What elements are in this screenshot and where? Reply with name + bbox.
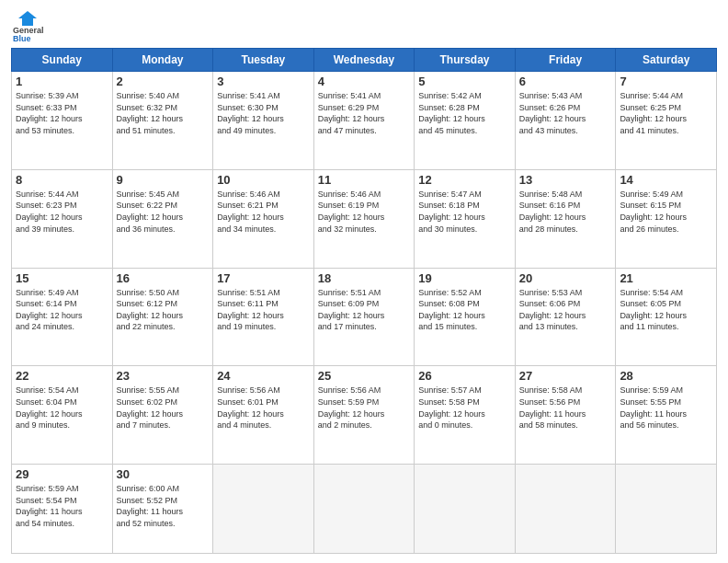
day-info: Sunrise: 5:54 AM Sunset: 6:04 PM Dayligh… bbox=[16, 385, 108, 431]
day-info: Sunrise: 5:52 AM Sunset: 6:08 PM Dayligh… bbox=[418, 287, 511, 333]
day-header-wednesday: Wednesday bbox=[313, 49, 415, 72]
day-info: Sunrise: 5:53 AM Sunset: 6:06 PM Dayligh… bbox=[519, 287, 612, 333]
day-number: 21 bbox=[620, 271, 712, 285]
day-info: Sunrise: 5:57 AM Sunset: 5:58 PM Dayligh… bbox=[418, 385, 511, 431]
day-info: Sunrise: 5:39 AM Sunset: 6:33 PM Dayligh… bbox=[16, 90, 108, 136]
calendar-cell: 28Sunrise: 5:59 AM Sunset: 5:55 PM Dayli… bbox=[616, 366, 717, 465]
day-number: 5 bbox=[418, 75, 511, 88]
day-number: 8 bbox=[16, 173, 108, 187]
calendar-week-row: 8Sunrise: 5:44 AM Sunset: 6:23 PM Daylig… bbox=[12, 169, 717, 268]
day-info: Sunrise: 5:56 AM Sunset: 6:01 PM Dayligh… bbox=[217, 385, 310, 431]
day-number: 23 bbox=[117, 369, 210, 383]
day-info: Sunrise: 5:40 AM Sunset: 6:32 PM Dayligh… bbox=[117, 90, 210, 136]
calendar-cell: 27Sunrise: 5:58 AM Sunset: 5:56 PM Dayli… bbox=[515, 366, 616, 465]
day-header-sunday: Sunday bbox=[12, 49, 113, 72]
calendar-cell: 26Sunrise: 5:57 AM Sunset: 5:58 PM Dayli… bbox=[415, 366, 516, 465]
day-number: 14 bbox=[620, 173, 712, 187]
calendar-cell: 1Sunrise: 5:39 AM Sunset: 6:33 PM Daylig… bbox=[12, 72, 113, 170]
page: General Blue SundayMondayTuesdayWednesda… bbox=[0, 0, 728, 563]
day-number: 25 bbox=[318, 369, 411, 383]
day-number: 4 bbox=[318, 75, 411, 88]
day-number: 30 bbox=[117, 467, 210, 481]
day-info: Sunrise: 5:46 AM Sunset: 6:19 PM Dayligh… bbox=[318, 189, 411, 235]
day-number: 26 bbox=[418, 369, 511, 383]
day-info: Sunrise: 5:51 AM Sunset: 6:11 PM Dayligh… bbox=[217, 287, 310, 333]
day-info: Sunrise: 5:48 AM Sunset: 6:16 PM Dayligh… bbox=[519, 189, 612, 235]
calendar-cell: 18Sunrise: 5:51 AM Sunset: 6:09 PM Dayli… bbox=[313, 268, 415, 366]
day-info: Sunrise: 5:55 AM Sunset: 6:02 PM Dayligh… bbox=[117, 385, 210, 431]
day-number: 28 bbox=[620, 369, 712, 383]
day-info: Sunrise: 5:49 AM Sunset: 6:15 PM Dayligh… bbox=[620, 189, 712, 235]
calendar-cell bbox=[616, 465, 717, 554]
svg-text:Blue: Blue bbox=[13, 34, 31, 42]
day-number: 20 bbox=[519, 271, 612, 285]
calendar-cell: 25Sunrise: 5:56 AM Sunset: 5:59 PM Dayli… bbox=[313, 366, 415, 465]
day-info: Sunrise: 5:43 AM Sunset: 6:26 PM Dayligh… bbox=[519, 90, 612, 136]
calendar-cell: 22Sunrise: 5:54 AM Sunset: 6:04 PM Dayli… bbox=[12, 366, 113, 465]
day-number: 6 bbox=[519, 75, 612, 88]
calendar-cell: 5Sunrise: 5:42 AM Sunset: 6:28 PM Daylig… bbox=[415, 72, 516, 170]
calendar-cell: 21Sunrise: 5:54 AM Sunset: 6:05 PM Dayli… bbox=[616, 268, 717, 366]
calendar-cell: 24Sunrise: 5:56 AM Sunset: 6:01 PM Dayli… bbox=[213, 366, 314, 465]
calendar-cell: 2Sunrise: 5:40 AM Sunset: 6:32 PM Daylig… bbox=[112, 72, 213, 170]
day-number: 9 bbox=[117, 173, 210, 187]
day-number: 13 bbox=[519, 173, 612, 187]
day-info: Sunrise: 5:50 AM Sunset: 6:12 PM Dayligh… bbox=[117, 287, 210, 333]
day-info: Sunrise: 5:44 AM Sunset: 6:25 PM Dayligh… bbox=[620, 90, 712, 136]
day-header-saturday: Saturday bbox=[616, 49, 717, 72]
calendar-cell: 8Sunrise: 5:44 AM Sunset: 6:23 PM Daylig… bbox=[12, 169, 113, 268]
day-info: Sunrise: 5:41 AM Sunset: 6:30 PM Dayligh… bbox=[217, 90, 310, 136]
day-info: Sunrise: 5:45 AM Sunset: 6:22 PM Dayligh… bbox=[117, 189, 210, 235]
calendar-cell bbox=[415, 465, 516, 554]
calendar-cell: 3Sunrise: 5:41 AM Sunset: 6:30 PM Daylig… bbox=[213, 72, 314, 170]
day-info: Sunrise: 5:58 AM Sunset: 5:56 PM Dayligh… bbox=[519, 385, 612, 431]
calendar-cell: 4Sunrise: 5:41 AM Sunset: 6:29 PM Daylig… bbox=[313, 72, 415, 170]
day-number: 17 bbox=[217, 271, 310, 285]
day-header-tuesday: Tuesday bbox=[213, 49, 314, 72]
day-number: 1 bbox=[16, 75, 108, 88]
day-number: 2 bbox=[117, 75, 210, 88]
day-info: Sunrise: 5:56 AM Sunset: 5:59 PM Dayligh… bbox=[318, 385, 411, 431]
calendar-cell bbox=[313, 465, 415, 554]
day-info: Sunrise: 5:59 AM Sunset: 5:54 PM Dayligh… bbox=[16, 483, 108, 529]
calendar-cell: 7Sunrise: 5:44 AM Sunset: 6:25 PM Daylig… bbox=[616, 72, 717, 170]
calendar-cell: 15Sunrise: 5:49 AM Sunset: 6:14 PM Dayli… bbox=[12, 268, 113, 366]
day-number: 19 bbox=[418, 271, 511, 285]
day-header-monday: Monday bbox=[112, 49, 213, 72]
day-number: 16 bbox=[117, 271, 210, 285]
calendar-cell: 20Sunrise: 5:53 AM Sunset: 6:06 PM Dayli… bbox=[515, 268, 616, 366]
calendar-cell: 19Sunrise: 5:52 AM Sunset: 6:08 PM Dayli… bbox=[415, 268, 516, 366]
day-number: 24 bbox=[217, 369, 310, 383]
calendar-cell: 17Sunrise: 5:51 AM Sunset: 6:11 PM Dayli… bbox=[213, 268, 314, 366]
day-number: 3 bbox=[217, 75, 310, 88]
day-info: Sunrise: 5:42 AM Sunset: 6:28 PM Dayligh… bbox=[418, 90, 511, 136]
calendar-cell bbox=[213, 465, 314, 554]
calendar-header-row: SundayMondayTuesdayWednesdayThursdayFrid… bbox=[12, 49, 717, 72]
day-number: 27 bbox=[519, 369, 612, 383]
day-number: 11 bbox=[318, 173, 411, 187]
day-header-thursday: Thursday bbox=[415, 49, 516, 72]
calendar-cell: 12Sunrise: 5:47 AM Sunset: 6:18 PM Dayli… bbox=[415, 169, 516, 268]
calendar-week-row: 15Sunrise: 5:49 AM Sunset: 6:14 PM Dayli… bbox=[12, 268, 717, 366]
day-number: 29 bbox=[16, 467, 108, 481]
calendar-cell bbox=[515, 465, 616, 554]
calendar-week-row: 29Sunrise: 5:59 AM Sunset: 5:54 PM Dayli… bbox=[12, 465, 717, 554]
calendar-cell: 13Sunrise: 5:48 AM Sunset: 6:16 PM Dayli… bbox=[515, 169, 616, 268]
day-number: 7 bbox=[620, 75, 712, 88]
day-info: Sunrise: 5:47 AM Sunset: 6:18 PM Dayligh… bbox=[418, 189, 511, 235]
calendar-cell: 14Sunrise: 5:49 AM Sunset: 6:15 PM Dayli… bbox=[616, 169, 717, 268]
day-info: Sunrise: 5:51 AM Sunset: 6:09 PM Dayligh… bbox=[318, 287, 411, 333]
calendar: SundayMondayTuesdayWednesdayThursdayFrid… bbox=[11, 48, 717, 554]
day-number: 10 bbox=[217, 173, 310, 187]
day-info: Sunrise: 5:54 AM Sunset: 6:05 PM Dayligh… bbox=[620, 287, 712, 333]
calendar-cell: 16Sunrise: 5:50 AM Sunset: 6:12 PM Dayli… bbox=[112, 268, 213, 366]
calendar-cell: 29Sunrise: 5:59 AM Sunset: 5:54 PM Dayli… bbox=[12, 465, 113, 554]
calendar-cell: 9Sunrise: 5:45 AM Sunset: 6:22 PM Daylig… bbox=[112, 169, 213, 268]
day-info: Sunrise: 5:59 AM Sunset: 5:55 PM Dayligh… bbox=[620, 385, 712, 431]
day-number: 18 bbox=[318, 271, 411, 285]
day-number: 22 bbox=[16, 369, 108, 383]
day-header-friday: Friday bbox=[515, 49, 616, 72]
calendar-cell: 23Sunrise: 5:55 AM Sunset: 6:02 PM Dayli… bbox=[112, 366, 213, 465]
logo-svg: General Blue bbox=[11, 9, 44, 42]
day-number: 12 bbox=[418, 173, 511, 187]
